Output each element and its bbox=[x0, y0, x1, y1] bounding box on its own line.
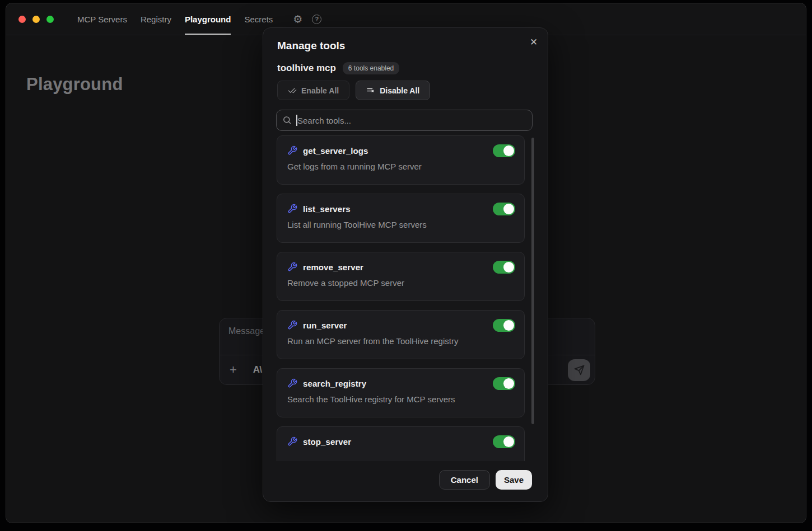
tool-description: Remove a stopped MCP server bbox=[287, 278, 515, 288]
tool-name: remove_server bbox=[303, 262, 363, 272]
manage-tools-modal: Manage tools ✕ toolhive mcp 6 tools enab… bbox=[263, 27, 548, 502]
main-nav: MCP ServersRegistryPlaygroundSecrets bbox=[77, 3, 273, 35]
nav-tab-playground[interactable]: Playground bbox=[185, 3, 231, 35]
tool-head: list_servers bbox=[287, 201, 515, 216]
scrollbar-thumb[interactable] bbox=[531, 138, 534, 424]
double-check-icon bbox=[288, 86, 297, 95]
tool-description: List all running ToolHive MCP servers bbox=[287, 220, 515, 229]
disable-all-button[interactable]: Disable All bbox=[356, 81, 430, 100]
modal-footer: Cancel Save bbox=[439, 470, 532, 490]
close-window-icon[interactable] bbox=[18, 16, 26, 23]
tool-toggle-get_server_logs[interactable] bbox=[493, 144, 515, 157]
wrench-icon bbox=[287, 320, 297, 330]
tool-head: run_server bbox=[287, 318, 515, 332]
tool-item: run_server Run an MCP server from the To… bbox=[277, 310, 525, 359]
minimize-window-icon[interactable] bbox=[32, 16, 40, 23]
titlebar-icons: ⚙ ? bbox=[293, 14, 321, 25]
tool-name: list_servers bbox=[303, 204, 351, 214]
server-row: toolhive mcp 6 tools enabled bbox=[277, 62, 399, 74]
search-input[interactable] bbox=[276, 110, 533, 131]
search-wrap bbox=[276, 110, 533, 131]
tool-name: search_registry bbox=[303, 379, 366, 388]
text-caret bbox=[296, 115, 297, 126]
tool-head: remove_server bbox=[287, 260, 515, 274]
nav-tab-mcp-servers[interactable]: MCP Servers bbox=[77, 3, 127, 35]
cancel-button[interactable]: Cancel bbox=[439, 470, 490, 490]
tool-item: list_servers List all running ToolHive M… bbox=[277, 194, 525, 243]
wrench-icon bbox=[287, 204, 297, 214]
send-button[interactable] bbox=[568, 359, 590, 381]
tool-item: stop_server bbox=[277, 426, 525, 461]
tools-enabled-badge: 6 tools enabled bbox=[343, 62, 399, 74]
bulk-actions: Enable All Disable All bbox=[277, 81, 430, 100]
tool-toggle-list_servers[interactable] bbox=[493, 203, 515, 215]
tool-item: remove_server Remove a stopped MCP serve… bbox=[277, 252, 525, 301]
tool-head: stop_server bbox=[287, 434, 515, 449]
tool-description: Get logs from a running MCP server bbox=[287, 162, 515, 171]
save-button[interactable]: Save bbox=[496, 470, 532, 490]
help-icon[interactable]: ? bbox=[312, 15, 321, 24]
send-paper-plane-icon bbox=[574, 365, 585, 375]
settings-gear-icon[interactable]: ⚙ bbox=[293, 14, 302, 25]
enable-all-button[interactable]: Enable All bbox=[277, 81, 349, 100]
tool-item: search_registry Search the ToolHive regi… bbox=[277, 368, 525, 417]
disable-all-label: Disable All bbox=[380, 86, 419, 95]
wrench-icon bbox=[287, 262, 297, 272]
close-icon[interactable]: ✕ bbox=[526, 35, 541, 50]
app-window: MCP ServersRegistryPlaygroundSecrets ⚙ ?… bbox=[6, 3, 806, 523]
wrench-icon bbox=[287, 145, 297, 156]
enable-all-label: Enable All bbox=[301, 86, 339, 95]
search-icon bbox=[282, 115, 292, 125]
tool-toggle-search_registry[interactable] bbox=[493, 377, 515, 390]
tool-item: get_server_logs Get logs from a running … bbox=[277, 135, 525, 185]
zoom-window-icon[interactable] bbox=[46, 16, 54, 23]
server-name: toolhive mcp bbox=[277, 63, 336, 74]
tool-name: get_server_logs bbox=[303, 146, 368, 156]
modal-title: Manage tools bbox=[277, 40, 345, 52]
page-title: Playground bbox=[26, 74, 123, 95]
tool-name: run_server bbox=[303, 321, 347, 330]
tool-description: Search the ToolHive registry for MCP ser… bbox=[287, 394, 515, 404]
tool-toggle-run_server[interactable] bbox=[493, 319, 515, 332]
tool-description: Run an MCP server from the ToolHive regi… bbox=[287, 336, 515, 346]
tool-head: search_registry bbox=[287, 376, 515, 391]
list-x-icon bbox=[366, 86, 375, 95]
wrench-icon bbox=[287, 436, 297, 447]
tool-list: get_server_logs Get logs from a running … bbox=[277, 135, 525, 461]
tool-head: get_server_logs bbox=[287, 143, 515, 158]
tool-toggle-stop_server[interactable] bbox=[493, 435, 515, 448]
traffic-lights bbox=[18, 16, 54, 23]
attach-plus-icon[interactable]: + bbox=[230, 363, 237, 377]
nav-tab-registry[interactable]: Registry bbox=[141, 3, 171, 35]
anthropic-logo-icon[interactable]: A\ bbox=[253, 364, 262, 375]
tool-toggle-remove_server[interactable] bbox=[493, 261, 515, 274]
tool-name: stop_server bbox=[303, 437, 351, 447]
wrench-icon bbox=[287, 378, 297, 388]
